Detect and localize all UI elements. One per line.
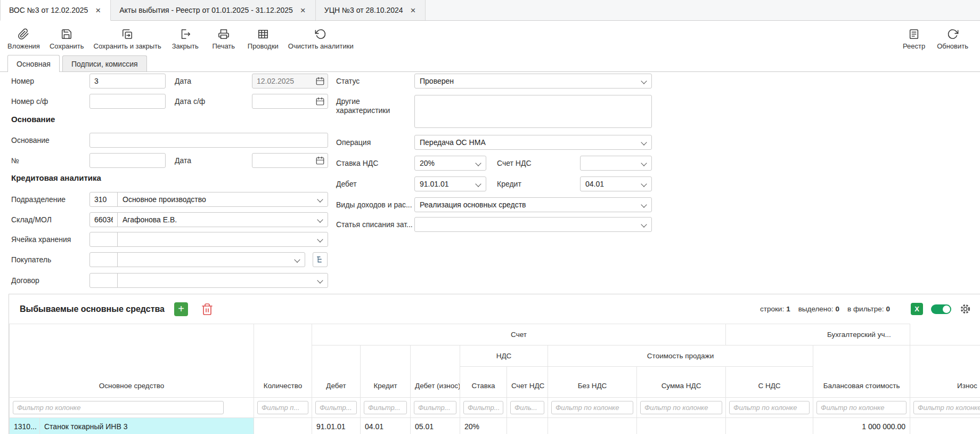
tree-list-icon [315,255,325,264]
status-label: Статус [336,74,360,89]
filter-input-with-vat[interactable] [729,401,810,414]
warehouse-code-input[interactable] [89,212,118,227]
tab-signatures[interactable]: Подписи, комиссия [62,55,147,71]
vat-account-select[interactable] [580,156,652,171]
status-select[interactable]: Проверен [414,74,652,89]
income-expense-select[interactable]: Реализация основных средств [414,197,652,212]
department-code-input[interactable] [89,192,118,207]
cell-asset-name[interactable]: Станок токарный ИНВ 3 [40,418,254,434]
column-header-with-vat[interactable]: С НДС [726,367,813,398]
excel-export-button[interactable]: X [911,303,923,315]
tab-main[interactable]: Основная [7,55,60,72]
filter-input-asset[interactable] [13,401,224,414]
save-button[interactable]: Сохранить [50,28,84,50]
selected-counter: выделено:0 [798,305,839,313]
refresh-button[interactable]: Обновить [937,28,968,50]
column-header-asset[interactable]: Основное средство [10,324,254,398]
cell-debit-wear[interactable]: 05.01 [411,418,460,434]
department-select[interactable]: Основное производство [117,192,328,207]
other-characteristics-textarea[interactable] [414,95,652,128]
debit-select[interactable]: 91.01.01 [414,176,486,191]
chevron-down-icon [317,236,323,242]
filter-input-wear[interactable] [913,401,980,414]
doc-tab-ucn[interactable]: УЦН №3 от 28.10.2024 × [316,0,426,20]
buyer-select[interactable] [117,252,305,267]
calendar-icon[interactable] [315,76,325,86]
cell-asset-code[interactable]: 1310... [10,418,40,434]
basis-date-field [252,153,328,168]
cell-credit[interactable]: 04.01 [361,418,411,434]
close-button[interactable]: Закрыть [171,28,200,50]
grid-toggle-switch[interactable] [931,304,951,314]
cell-no-vat[interactable] [548,418,637,434]
close-icon[interactable]: × [299,6,307,15]
cell-debit[interactable]: 91.01.01 [312,418,361,434]
column-header-debit-wear[interactable]: Дебет (износ) [411,345,460,398]
filter-input-debit[interactable] [315,401,357,414]
invoice-number-label: Номер с/ф [11,94,48,109]
cell-vat-account[interactable] [507,418,548,434]
filter-input-vat-account[interactable] [510,401,544,414]
buyer-code-input[interactable] [89,252,118,267]
column-header-credit[interactable]: Кредит [361,345,411,398]
column-header-rate[interactable]: Ставка [460,367,507,398]
filter-input-debit-wear[interactable] [414,401,456,414]
close-icon[interactable]: × [94,6,102,15]
number-input[interactable] [89,74,166,89]
column-header-no-vat[interactable]: Без НДС [548,367,637,398]
filter-input-no-vat[interactable] [551,401,633,414]
column-header-qty[interactable]: Количество [254,324,312,398]
contract-label: Договор [11,273,39,288]
cell-qty[interactable] [254,418,312,434]
buyer-hierarchy-button[interactable] [313,252,328,267]
chevron-down-icon [641,202,647,207]
warehouse-label: Склад/МОЛ [11,212,52,227]
save-and-close-button[interactable]: Сохранить и закрыть [94,28,161,50]
column-header-balance[interactable]: Балансовая стоимость [813,345,910,398]
calendar-icon[interactable] [315,97,325,106]
column-header-vat-account[interactable]: Счет НДС [507,367,548,398]
filter-input-rate[interactable] [463,401,503,414]
calendar-icon[interactable] [315,156,325,165]
cell-wear[interactable] [910,418,980,434]
registry-button[interactable]: Реестр [900,28,928,50]
cell-with-vat[interactable] [726,418,813,434]
gear-icon[interactable] [959,303,971,315]
warehouse-select[interactable]: Агафонова Е.В. [117,212,328,227]
writeoff-item-select[interactable] [414,217,652,232]
filter-input-balance[interactable] [816,401,907,414]
cell-balance[interactable]: 1 000 000.00 [813,418,910,434]
close-icon[interactable]: × [410,6,417,15]
cell-rate[interactable]: 20% [460,418,507,434]
delete-row-button[interactable] [201,303,214,316]
attachments-button[interactable]: Вложения [7,28,40,50]
filter-input-vat-sum[interactable] [640,401,722,414]
column-header-debit[interactable]: Дебет [312,345,361,398]
storage-cell-code-input[interactable] [89,232,118,247]
column-header-vat-sum[interactable]: Сумма НДС [637,367,726,398]
basis-no-input[interactable] [89,153,166,168]
contract-select[interactable] [117,273,328,288]
chevron-down-icon [641,78,647,84]
storage-cell-select[interactable] [117,232,328,247]
column-header-wear[interactable]: Износ [910,345,980,398]
doc-tab-register[interactable]: Акты выбытия - Реестр от 01.01.2025 - 31… [111,0,316,20]
trash-icon [201,303,214,316]
basis-input[interactable] [89,133,328,148]
clear-analytics-button[interactable]: Очистить аналитики [288,28,354,50]
vat-rate-select[interactable]: 20% [414,156,486,171]
invoice-number-input[interactable] [89,94,166,109]
chevron-down-icon [641,139,647,145]
print-button[interactable]: Печать [209,28,238,50]
contract-code-input[interactable] [89,273,118,288]
doc-tab-vos[interactable]: ВОС №3 от 12.02.2025 × [0,0,111,21]
cell-vat-sum[interactable] [637,418,726,434]
filter-input-qty[interactable] [257,401,308,414]
add-row-button[interactable]: + [174,302,188,316]
postings-button[interactable]: Проводки [248,28,279,50]
filter-input-credit[interactable] [364,401,407,414]
operation-select[interactable]: Передача ОС НМА [414,135,652,150]
grid-title: Выбываемые основные средства [20,294,165,324]
assets-grid-panel: Выбываемые основные средства + строки:1 … [9,294,980,434]
credit-select[interactable]: 04.01 [580,176,652,191]
